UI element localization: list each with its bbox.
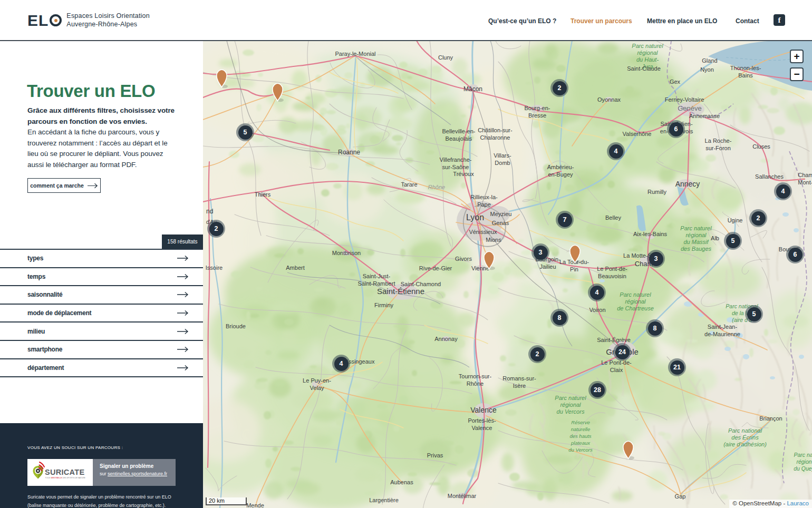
svg-text:Rive-de-Gier: Rive-de-Gier: [419, 265, 452, 271]
svg-text:Sallanches: Sallanches: [755, 173, 784, 180]
svg-text:Annonay: Annonay: [434, 336, 458, 342]
svg-text:Issoire: Issoire: [206, 265, 223, 271]
svg-text:Chalaronne: Chalaronne: [480, 134, 510, 141]
svg-text:Parc naturel: Parc naturel: [632, 43, 663, 49]
svg-text:régional: régional: [560, 402, 581, 408]
svg-text:Parc nat: Parc nat: [794, 452, 812, 458]
svg-text:du Vercors: du Vercors: [557, 408, 585, 415]
svg-text:Isère: Isère: [513, 383, 526, 389]
svg-text:Largentière: Largentière: [369, 497, 399, 503]
svg-text:plateaux: plateaux: [571, 440, 591, 446]
svg-text:Saint-Claude: Saint-Claude: [627, 65, 661, 72]
svg-text:Montélimar: Montélimar: [448, 493, 477, 499]
svg-text:Claix: Claix: [610, 367, 623, 373]
svg-text:Meyzieu: Meyzieu: [490, 211, 512, 217]
svg-text:TOUS SENTINELLE DES SPORTS DE: TOUS SENTINELLE DES SPORTS DE NATURE: [45, 477, 86, 479]
svg-text:Valence: Valence: [472, 425, 492, 431]
svg-text:Saint-Just-: Saint-Just-: [363, 273, 391, 279]
svg-text:Cluses: Cluses: [752, 143, 770, 150]
svg-text:Bains: Bains: [738, 72, 753, 79]
svg-text:Mende: Mende: [246, 502, 264, 508]
svg-text:Tarare: Tarare: [401, 181, 417, 188]
svg-text:Ambérieu-: Ambérieu-: [547, 164, 574, 170]
svg-text:du Massif: du Massif: [683, 239, 709, 245]
svg-text:Thiers: Thiers: [255, 191, 271, 198]
svg-text:Saint-Égrève: Saint-Égrève: [597, 337, 631, 343]
svg-text:Brioude: Brioude: [226, 323, 246, 329]
svg-text:Briançon: Briançon: [759, 415, 782, 422]
svg-text:Châtillon-sur-: Châtillon-sur-: [478, 127, 513, 133]
svg-text:Mont-B: Mont-B: [798, 179, 812, 185]
svg-text:Réserve: Réserve: [571, 419, 589, 425]
svg-text:Pape: Pape: [477, 201, 491, 208]
svg-text:Villars-: Villars-: [494, 152, 511, 159]
svg-text:nd: nd: [206, 208, 213, 215]
svg-text:Tournon-sur-: Tournon-sur-: [459, 373, 492, 379]
svg-text:Cluny: Cluny: [438, 54, 453, 61]
svg-text:Valence: Valence: [470, 406, 497, 414]
svg-text:Beaujolais: Beaujolais: [446, 135, 472, 142]
svg-text:Aubenas: Aubenas: [390, 479, 413, 485]
svg-text:Voiron: Voiron: [589, 307, 605, 313]
svg-text:Lyon: Lyon: [466, 213, 484, 222]
svg-text:Aix-les-Bains: Aix-les-Bains: [633, 231, 668, 237]
svg-text:Gland: Gland: [702, 57, 717, 64]
svg-text:des hauts: des hauts: [569, 433, 591, 439]
svg-text:sur-Foron: sur-Foron: [705, 145, 731, 151]
svg-text:de Chartreuse: de Chartreuse: [617, 305, 654, 311]
svg-text:Saint-Chamond: Saint-Chamond: [401, 281, 441, 287]
svg-text:Mions: Mions: [486, 237, 501, 243]
svg-text:Mâcon: Mâcon: [463, 85, 482, 93]
svg-text:du Quey: du Quey: [794, 465, 812, 472]
svg-text:Oyonnax: Oyonnax: [597, 96, 621, 103]
svg-text:Parc naturel: Parc naturel: [555, 395, 586, 401]
svg-text:SURICATE: SURICATE: [45, 468, 84, 476]
svg-text:Ferney-Voltaire: Ferney-Voltaire: [665, 96, 704, 103]
svg-text:Annecy: Annecy: [675, 180, 700, 188]
svg-text:Thonon-les-: Thonon-les-: [730, 65, 761, 71]
svg-text:Portes-lès-: Portes-lès-: [468, 417, 496, 424]
svg-text:Ugine: Ugine: [728, 217, 743, 223]
svg-text:régional: régional: [637, 50, 658, 56]
svg-text:des Écrins: des Écrins: [731, 434, 759, 441]
svg-text:Rillieux-la-: Rillieux-la-: [470, 194, 498, 200]
svg-text:Jailieu: Jailieu: [539, 263, 556, 270]
svg-text:Beauvoisin: Beauvoisin: [598, 273, 626, 279]
svg-text:Saint-Étienne: Saint-Étienne: [377, 287, 424, 296]
svg-text:régional: régional: [625, 298, 646, 305]
svg-text:naturelle: naturelle: [571, 426, 590, 432]
svg-text:du Vercors: du Vercors: [568, 447, 593, 453]
svg-text:Privas: Privas: [427, 452, 443, 458]
svg-text:Roanne: Roanne: [338, 149, 360, 156]
svg-text:de-Maurienne: de-Maurienne: [704, 331, 740, 337]
svg-text:Firminy: Firminy: [374, 302, 394, 308]
svg-text:Velay: Velay: [310, 385, 324, 391]
svg-text:Parc naturel: Parc naturel: [620, 291, 651, 298]
svg-text:Gex: Gex: [670, 79, 681, 85]
svg-text:en-Bugey: en-Bugey: [548, 171, 573, 178]
svg-text:Parc naturel: Parc naturel: [680, 225, 712, 231]
svg-text:Bourg-en-: Bourg-en-: [525, 105, 550, 111]
svg-text:Rhône: Rhône: [467, 380, 484, 387]
svg-text:Villefranche-: Villefranche-: [440, 157, 472, 163]
svg-text:Pin: Pin: [570, 266, 578, 272]
svg-text:La Roche-: La Roche-: [705, 138, 732, 144]
svg-text:Genas: Genas: [492, 220, 509, 226]
svg-text:Alb: Alb: [711, 235, 719, 241]
svg-text:Belley: Belley: [605, 214, 621, 221]
svg-text:Saint-Jean-: Saint-Jean-: [708, 324, 738, 330]
svg-text:Bresse: Bresse: [528, 112, 546, 119]
svg-text:Givors: Givors: [455, 256, 472, 262]
svg-text:Vénissieux: Vénissieux: [469, 229, 497, 235]
svg-text:Le Pont-de-: Le Pont-de-: [597, 266, 627, 272]
svg-text:Trévoux: Trévoux: [453, 171, 474, 177]
svg-text:sur-Saône: sur-Saône: [442, 164, 469, 170]
svg-text:Domb: Domb: [495, 160, 510, 166]
svg-text:Ambert: Ambert: [286, 265, 304, 271]
svg-text:Saint-Rambert: Saint-Rambert: [358, 280, 395, 287]
svg-text:Genève: Genève: [678, 104, 702, 112]
svg-text:Rhône: Rhône: [428, 184, 445, 190]
svg-text:région: région: [796, 458, 811, 465]
svg-text:Gap: Gap: [675, 493, 686, 500]
svg-text:Le Puy-en-: Le Puy-en-: [303, 377, 331, 384]
